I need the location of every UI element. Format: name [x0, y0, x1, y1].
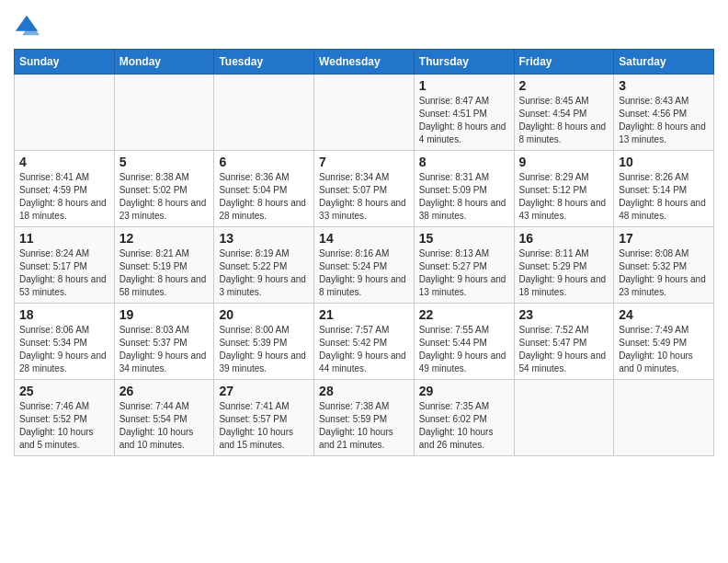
day-number: 25: [19, 384, 109, 398]
day-number: 11: [19, 231, 109, 246]
day-cell: 25 Sunrise: 7:46 AMSunset: 5:52 PMDaylig…: [15, 380, 115, 456]
day-number: 17: [619, 231, 709, 246]
day-info: Sunrise: 8:26 AMSunset: 5:14 PMDaylight:…: [619, 172, 706, 221]
week-row: 4 Sunrise: 8:41 AMSunset: 4:59 PMDayligh…: [15, 151, 714, 227]
header-cell: Tuesday: [214, 50, 314, 75]
day-info: Sunrise: 7:57 AMSunset: 5:42 PMDaylight:…: [319, 325, 406, 373]
day-cell: 8 Sunrise: 8:31 AMSunset: 5:09 PMDayligh…: [414, 151, 514, 227]
week-row: 25 Sunrise: 7:46 AMSunset: 5:52 PMDaylig…: [15, 380, 714, 456]
week-row: 1 Sunrise: 8:47 AMSunset: 4:51 PMDayligh…: [15, 75, 714, 151]
day-cell: 10 Sunrise: 8:26 AMSunset: 5:14 PMDaylig…: [614, 151, 714, 227]
day-cell: 18 Sunrise: 8:06 AMSunset: 5:34 PMDaylig…: [15, 304, 115, 380]
day-info: Sunrise: 8:36 AMSunset: 5:04 PMDaylight:…: [219, 172, 306, 221]
day-number: 18: [19, 307, 109, 322]
header-cell: Wednesday: [314, 50, 415, 75]
day-info: Sunrise: 8:08 AMSunset: 5:32 PMDaylight:…: [619, 248, 706, 297]
day-number: 14: [319, 231, 409, 246]
day-number: 5: [119, 155, 210, 169]
day-number: 13: [219, 231, 309, 246]
day-cell: 3 Sunrise: 8:43 AMSunset: 4:56 PMDayligh…: [614, 75, 714, 151]
day-info: Sunrise: 8:34 AMSunset: 5:07 PMDaylight:…: [319, 172, 406, 221]
day-info: Sunrise: 7:55 AMSunset: 5:44 PMDaylight:…: [419, 325, 506, 373]
day-number: 9: [519, 155, 609, 169]
day-number: 20: [219, 307, 309, 322]
day-cell: 20 Sunrise: 8:00 AMSunset: 5:39 PMDaylig…: [214, 304, 314, 380]
day-info: Sunrise: 7:52 AMSunset: 5:47 PMDaylight:…: [519, 325, 607, 373]
day-cell: 16 Sunrise: 8:11 AMSunset: 5:29 PMDaylig…: [514, 227, 614, 304]
day-number: 15: [419, 231, 509, 246]
day-number: 1: [419, 78, 509, 93]
day-cell: 24 Sunrise: 7:49 AMSunset: 5:49 PMDaylig…: [614, 304, 714, 380]
day-cell: 19 Sunrise: 8:03 AMSunset: 5:37 PMDaylig…: [114, 304, 214, 380]
day-cell: [614, 380, 714, 456]
day-number: 21: [319, 307, 409, 322]
header-row: SundayMondayTuesdayWednesdayThursdayFrid…: [15, 50, 714, 75]
day-cell: 17 Sunrise: 8:08 AMSunset: 5:32 PMDaylig…: [614, 227, 714, 304]
day-info: Sunrise: 8:06 AMSunset: 5:34 PMDaylight:…: [19, 325, 107, 373]
day-info: Sunrise: 7:38 AMSunset: 5:59 PMDaylight:…: [319, 401, 393, 450]
day-cell: 23 Sunrise: 7:52 AMSunset: 5:47 PMDaylig…: [514, 304, 614, 380]
header: [14, 14, 714, 40]
calendar-table: SundayMondayTuesdayWednesdayThursdayFrid…: [14, 49, 714, 456]
day-info: Sunrise: 8:11 AMSunset: 5:29 PMDaylight:…: [519, 248, 607, 297]
day-cell: 22 Sunrise: 7:55 AMSunset: 5:44 PMDaylig…: [414, 304, 514, 380]
day-number: 8: [419, 155, 509, 169]
day-number: 27: [219, 384, 309, 398]
day-number: 23: [519, 307, 609, 322]
day-info: Sunrise: 8:45 AMSunset: 4:54 PMDaylight:…: [519, 96, 607, 144]
day-info: Sunrise: 8:29 AMSunset: 5:12 PMDaylight:…: [519, 172, 607, 221]
day-cell: 12 Sunrise: 8:21 AMSunset: 5:19 PMDaylig…: [114, 227, 214, 304]
day-info: Sunrise: 8:24 AMSunset: 5:17 PMDaylight:…: [19, 248, 107, 297]
day-info: Sunrise: 8:19 AMSunset: 5:22 PMDaylight:…: [219, 248, 306, 297]
day-cell: 4 Sunrise: 8:41 AMSunset: 4:59 PMDayligh…: [15, 151, 115, 227]
day-cell: [514, 380, 614, 456]
week-row: 18 Sunrise: 8:06 AMSunset: 5:34 PMDaylig…: [15, 304, 714, 380]
day-cell: 14 Sunrise: 8:16 AMSunset: 5:24 PMDaylig…: [314, 227, 415, 304]
day-number: 24: [619, 307, 709, 322]
day-info: Sunrise: 8:31 AMSunset: 5:09 PMDaylight:…: [419, 172, 506, 221]
day-cell: [114, 75, 214, 151]
day-info: Sunrise: 7:41 AMSunset: 5:57 PMDaylight:…: [219, 401, 293, 450]
day-number: 2: [519, 78, 609, 93]
day-info: Sunrise: 8:47 AMSunset: 4:51 PMDaylight:…: [419, 96, 506, 144]
header-cell: Sunday: [15, 50, 115, 75]
day-cell: 2 Sunrise: 8:45 AMSunset: 4:54 PMDayligh…: [514, 75, 614, 151]
day-number: 29: [419, 384, 509, 398]
day-info: Sunrise: 7:35 AMSunset: 6:02 PMDaylight:…: [419, 401, 494, 450]
day-number: 28: [319, 384, 409, 398]
header-cell: Monday: [114, 50, 214, 75]
day-cell: 13 Sunrise: 8:19 AMSunset: 5:22 PMDaylig…: [214, 227, 314, 304]
day-number: 7: [319, 155, 409, 169]
day-number: 10: [619, 155, 709, 169]
day-cell: 1 Sunrise: 8:47 AMSunset: 4:51 PMDayligh…: [414, 75, 514, 151]
header-cell: Saturday: [614, 50, 714, 75]
day-cell: 26 Sunrise: 7:44 AMSunset: 5:54 PMDaylig…: [114, 380, 214, 456]
day-info: Sunrise: 8:13 AMSunset: 5:27 PMDaylight:…: [419, 248, 506, 297]
day-info: Sunrise: 8:03 AMSunset: 5:37 PMDaylight:…: [119, 325, 207, 373]
day-number: 3: [619, 78, 709, 93]
day-number: 6: [219, 155, 309, 169]
day-cell: 27 Sunrise: 7:41 AMSunset: 5:57 PMDaylig…: [214, 380, 314, 456]
day-info: Sunrise: 7:46 AMSunset: 5:52 PMDaylight:…: [19, 401, 94, 450]
day-cell: [314, 75, 415, 151]
day-cell: 7 Sunrise: 8:34 AMSunset: 5:07 PMDayligh…: [314, 151, 415, 227]
logo-icon: [14, 14, 40, 40]
day-number: 26: [119, 384, 210, 398]
day-info: Sunrise: 8:16 AMSunset: 5:24 PMDaylight:…: [319, 248, 406, 297]
day-info: Sunrise: 8:43 AMSunset: 4:56 PMDaylight:…: [619, 96, 706, 144]
day-info: Sunrise: 7:44 AMSunset: 5:54 PMDaylight:…: [119, 401, 194, 450]
day-cell: 29 Sunrise: 7:35 AMSunset: 6:02 PMDaylig…: [414, 380, 514, 456]
logo: [14, 14, 43, 40]
day-number: 22: [419, 307, 509, 322]
day-cell: [15, 75, 115, 151]
day-info: Sunrise: 8:38 AMSunset: 5:02 PMDaylight:…: [119, 172, 207, 221]
day-cell: 5 Sunrise: 8:38 AMSunset: 5:02 PMDayligh…: [114, 151, 214, 227]
header-cell: Friday: [514, 50, 614, 75]
day-number: 19: [119, 307, 210, 322]
day-number: 4: [19, 155, 109, 169]
day-cell: 9 Sunrise: 8:29 AMSunset: 5:12 PMDayligh…: [514, 151, 614, 227]
day-cell: 11 Sunrise: 8:24 AMSunset: 5:17 PMDaylig…: [15, 227, 115, 304]
day-cell: 28 Sunrise: 7:38 AMSunset: 5:59 PMDaylig…: [314, 380, 415, 456]
header-cell: Thursday: [414, 50, 514, 75]
day-cell: 21 Sunrise: 7:57 AMSunset: 5:42 PMDaylig…: [314, 304, 415, 380]
